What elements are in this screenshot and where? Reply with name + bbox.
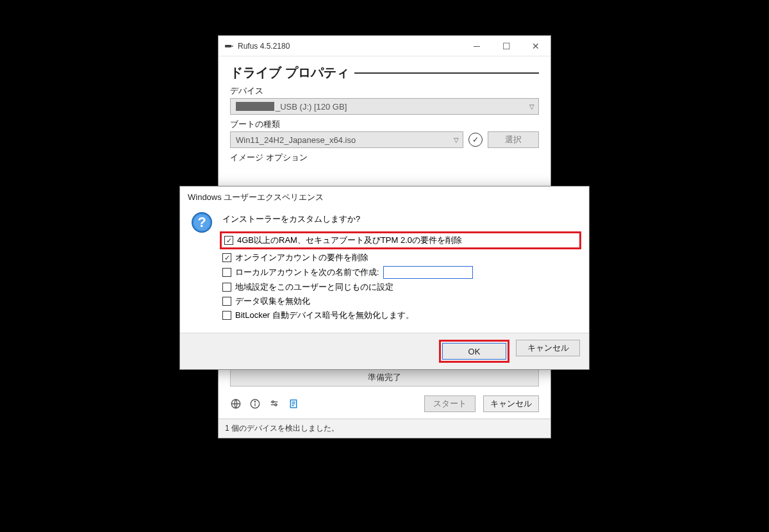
progress-text: 準備完了 [368,372,401,383]
ok-button-highlight: OK [439,340,509,363]
dialog-body: ? インストーラーをカスタムしますか? ✓ 4GB以上のRAM、セキュアブート及… [180,207,589,333]
question-icon: ? [190,211,213,324]
option-label: 地域設定をこのユーザーと同じものに設定 [235,281,393,293]
svg-point-5 [254,401,255,402]
option-disable-bitlocker[interactable]: BitLocker 自動デバイス暗号化を無効化します。 [222,310,579,321]
window-title: Rufus 4.5.2180 [238,42,462,51]
start-button[interactable]: スタート [424,395,475,412]
option-disable-data-collection[interactable]: データ収集を無効化 [222,295,579,307]
bottom-toolbar: スタート キャンセル [230,395,539,412]
svg-point-9 [275,404,277,406]
option-remove-tpm-requirement[interactable]: ✓ 4GB以上のRAM、セキュアブート及びTPM 2.0の要件を削除 [220,231,581,249]
boot-type-dropdown[interactable]: Win11_24H2_Japanese_x64.iso ▽ [230,131,463,148]
option-label: ローカルアカウントを次の名前で作成: [235,267,379,278]
settings-icon[interactable] [269,398,280,410]
device-value: _USB (J:) [120 GB] [276,102,347,112]
option-label: オンラインアカウントの要件を削除 [235,252,368,263]
local-account-name-input[interactable] [383,266,473,279]
boot-type-value: Win11_24H2_Japanese_x64.iso [236,135,356,145]
chevron-down-icon: ▽ [454,137,459,144]
device-label: デバイス [230,85,539,97]
checkbox-checked-icon[interactable]: ✓ [222,253,231,262]
option-same-region-settings[interactable]: 地域設定をこのユーザーと同じものに設定 [222,281,579,293]
heading-rule [354,72,539,74]
dialog-footer: OK キャンセル [180,333,589,369]
checkbox-unchecked-icon[interactable] [222,297,231,306]
dialog-cancel-button[interactable]: キャンセル [516,340,580,356]
dialog-question: インストーラーをカスタムしますか? [222,213,579,225]
app-icon [224,41,234,51]
windows-ux-dialog: Windows ユーザーエクスペリエンス ? インストーラーをカスタムしますか?… [179,186,590,370]
device-name-masked [236,102,274,111]
option-label: BitLocker 自動デバイス暗号化を無効化します。 [235,310,414,321]
svg-text:?: ? [197,214,206,230]
chevron-down-icon: ▽ [529,103,534,110]
option-remove-online-account[interactable]: ✓ オンラインアカウントの要件を削除 [222,252,579,263]
drive-properties-heading-text: ドライブ プロパティ [230,64,349,81]
minimize-button[interactable]: ─ [462,36,492,56]
select-iso-button[interactable]: 選択 [488,131,539,148]
svg-rect-1 [231,46,233,47]
status-bar: 1 個のデバイスを検出しました。 [219,419,550,438]
toolbar-icons [230,398,299,410]
checkbox-unchecked-icon[interactable] [222,268,231,277]
info-icon[interactable] [249,398,261,410]
svg-rect-0 [225,45,231,47]
svg-point-8 [272,401,274,403]
device-dropdown[interactable]: _USB (J:) [120 GB] ▽ [230,98,539,115]
main-cancel-button[interactable]: キャンセル [483,395,539,412]
dialog-content: インストーラーをカスタムしますか? ✓ 4GB以上のRAM、セキュアブート及びT… [222,211,579,324]
progress-bar: 準備完了 [230,369,539,387]
globe-icon[interactable] [230,398,242,410]
boot-type-row: Win11_24H2_Japanese_x64.iso ▽ ✓ 選択 [230,131,539,148]
titlebar: Rufus 4.5.2180 ─ ☐ ✕ [219,36,550,56]
verify-iso-icon[interactable]: ✓ [468,133,483,147]
option-label: データ収集を無効化 [235,295,310,307]
statusbar-text: 1 個のデバイスを検出しました。 [225,424,339,433]
checkbox-unchecked-icon[interactable] [222,311,231,320]
image-option-label: イメージ オプション [230,152,539,163]
maximize-button[interactable]: ☐ [492,36,521,56]
boot-type-label: ブートの種類 [230,119,539,130]
option-create-local-account[interactable]: ローカルアカウントを次の名前で作成: [222,266,579,279]
window-controls: ─ ☐ ✕ [462,36,550,56]
dialog-title: Windows ユーザーエクスペリエンス [180,187,589,207]
checkbox-checked-icon[interactable]: ✓ [224,236,233,245]
option-label: 4GB以上のRAM、セキュアブート及びTPM 2.0の要件を削除 [237,235,462,246]
drive-properties-heading: ドライブ プロパティ [230,64,539,81]
checkbox-unchecked-icon[interactable] [222,283,231,292]
ok-button[interactable]: OK [442,343,506,360]
log-icon[interactable] [288,398,299,410]
close-button[interactable]: ✕ [521,36,550,56]
